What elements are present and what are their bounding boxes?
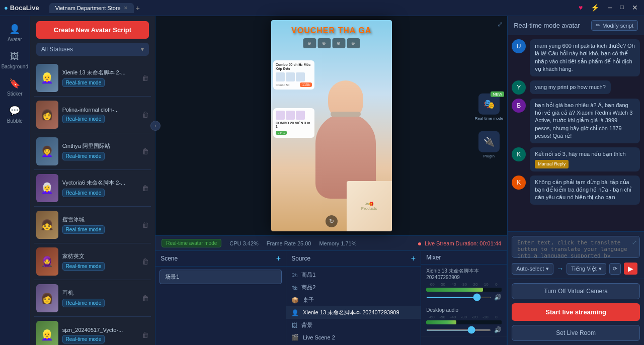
sidebar-background-label: Background bbox=[2, 64, 28, 69]
sidebar-item-sticker[interactable]: 🔖 Sticker bbox=[1, 74, 29, 100]
delete-icon[interactable]: 🗑 bbox=[142, 111, 149, 119]
sidebar-avatar-label: Avatar bbox=[8, 37, 22, 42]
avatar-badge: Real-time mode bbox=[62, 152, 105, 160]
product-item bbox=[276, 72, 285, 81]
scene-item[interactable]: 场景1 bbox=[159, 270, 282, 284]
source-item-livescene[interactable]: 🎬 Live Scene 2 bbox=[286, 331, 421, 343]
mixer-slider-row-2: 🔊 bbox=[426, 326, 502, 333]
collapse-panel-button[interactable]: ‹ bbox=[150, 121, 160, 131]
translate-action-button[interactable]: ⟳ bbox=[609, 263, 621, 275]
expand-translation-icon[interactable]: ⤢ bbox=[632, 239, 637, 246]
avatar-item[interactable]: 👩 Polina-informal cloth-... Real-time mo… bbox=[34, 97, 151, 133]
lang-source-select[interactable]: Auto-select ▾ bbox=[512, 263, 553, 275]
video-ctrl-2[interactable]: ⊕ bbox=[317, 38, 331, 48]
avatar-image: 👱‍♀️ bbox=[36, 64, 58, 92]
lang-target-select[interactable]: Tiếng Việt ▾ bbox=[567, 263, 606, 275]
avatar-thumbnail: 👩‍🦳 bbox=[36, 174, 58, 202]
avatar-item[interactable]: 👩‍🦳 Vyctoria6 未命名脚本 2-... Real-time mode… bbox=[34, 170, 151, 207]
avatar-item[interactable]: 👩‍🦱 Cinthya 阿里国际站 Real-time mode 🗑 bbox=[34, 133, 151, 170]
rotate-button[interactable]: ↻ bbox=[326, 215, 338, 227]
chat-avatar-5: K bbox=[512, 176, 526, 190]
start-livestream-button[interactable]: Start live streaming bbox=[512, 303, 640, 321]
send-translation-button[interactable]: ▶ bbox=[624, 263, 637, 275]
volume-icon-1[interactable]: 🔊 bbox=[494, 294, 502, 301]
chat-bubble-1: mam yung 600 ml pakita kích thước? Oh là… bbox=[530, 39, 640, 76]
status-filter[interactable]: All Statuses ▾ bbox=[36, 43, 149, 56]
mixer-level-bar-1 bbox=[426, 288, 502, 292]
cpu-status: CPU 3.42% bbox=[229, 240, 258, 246]
close-icon[interactable]: ✕ bbox=[630, 4, 640, 13]
avatar-name: sjzn_20240517_Vycto-... bbox=[62, 327, 138, 333]
sidebar-item-avatar[interactable]: 👤 Avatar bbox=[1, 20, 29, 45]
mixer-slider-1[interactable] bbox=[426, 297, 491, 298]
source-item-desk[interactable]: 📦 桌子 bbox=[286, 294, 421, 306]
sidebar-item-background[interactable]: 🖼 Background bbox=[1, 47, 29, 72]
expand-icon[interactable]: ⤢ bbox=[497, 20, 503, 28]
realtime-mode-control[interactable]: NEW 🎭 Real-time mode bbox=[475, 94, 503, 121]
translation-input[interactable] bbox=[512, 236, 640, 258]
live-dot bbox=[418, 242, 421, 245]
scene-add-button[interactable]: + bbox=[276, 254, 281, 263]
avatar-info: Polina-informal cloth-... Real-time mode bbox=[62, 107, 138, 123]
avatar-item[interactable]: 👧 蜜雪冰城 Real-time mode 🗑 bbox=[34, 207, 151, 243]
sidebar-item-bubble[interactable]: 💬 Bubble bbox=[1, 102, 29, 127]
avatar-item[interactable]: 👱‍♀️ sjzn_20240517_Vycto-... Real-time m… bbox=[34, 317, 151, 345]
source-item-bg[interactable]: 🖼 背景 bbox=[286, 319, 421, 331]
source-add-button[interactable]: + bbox=[411, 254, 416, 263]
virtual-camera-button[interactable]: Turn Off Virtual Camera bbox=[512, 283, 640, 299]
source-item-product2[interactable]: 🛍 商品2 bbox=[286, 281, 421, 294]
delete-icon[interactable]: 🗑 bbox=[142, 184, 149, 192]
active-tab[interactable]: Vietnam Department Store ✕ bbox=[49, 3, 134, 13]
create-avatar-button[interactable]: Create New Avatar Script bbox=[36, 21, 149, 39]
manual-reply-button[interactable]: Manual Reply bbox=[535, 160, 569, 168]
mixer-track-name-2: Desktop audio bbox=[426, 307, 502, 313]
avatar-item[interactable]: 🧕 家纺英文 Real-time mode 🗑 bbox=[34, 243, 151, 280]
tab-close-icon[interactable]: ✕ bbox=[124, 6, 128, 11]
source-item-avatar[interactable]: 👤 Xienie 13 未命名脚本本 202407293909 bbox=[286, 306, 421, 319]
product-card-1: Combo 50 chiếc Móc Kép Đơn Combo 50 115k bbox=[273, 60, 314, 90]
source-name: 背景 bbox=[301, 321, 312, 329]
minimize-icon[interactable]: − bbox=[605, 4, 614, 13]
chat-text-1: mam yung 600 ml pakita kích thước? Oh là… bbox=[535, 43, 635, 72]
delete-icon[interactable]: 🗑 bbox=[142, 147, 149, 155]
set-liveroom-button[interactable]: Set Live Room bbox=[512, 325, 640, 341]
modify-script-button[interactable]: ✏ Modify script bbox=[591, 20, 638, 31]
source-item-product1[interactable]: 🛍 商品1 bbox=[286, 269, 421, 281]
delete-icon[interactable]: 🗑 bbox=[142, 331, 149, 339]
delete-icon[interactable]: 🗑 bbox=[142, 294, 149, 302]
mixer-panel: Mixer Xienie 13 未命名脚本本 202407293909 -60 … bbox=[421, 251, 507, 345]
video-ctrl-4[interactable]: ⊕ bbox=[347, 38, 360, 48]
mixer-level-bar-2 bbox=[426, 320, 502, 324]
mixer-slider-2[interactable] bbox=[426, 329, 491, 331]
source-name: 商品1 bbox=[301, 271, 315, 279]
right-panel: Real-time mode avatar ✏ Modify script U … bbox=[507, 16, 644, 345]
delete-icon[interactable]: 🗑 bbox=[142, 257, 149, 266]
video-ctrl-1[interactable]: ⊕ bbox=[303, 38, 316, 48]
avatar-name: 蜜雪冰城 bbox=[62, 216, 138, 223]
maximize-icon[interactable]: □ bbox=[618, 4, 626, 13]
avatar-thumbnail: 👩 bbox=[36, 101, 58, 129]
avatar-info: Cinthya 阿里国际站 Real-time mode bbox=[62, 142, 138, 160]
avatar-item[interactable]: 👩 耳机 Real-time mode 🗑 bbox=[34, 280, 151, 317]
volume-icon-2[interactable]: 🔊 bbox=[494, 326, 502, 333]
chat-text-5: Không cần phải tạm dừng bài tập của bạn … bbox=[535, 179, 631, 201]
delete-icon[interactable]: 🗑 bbox=[142, 74, 149, 82]
video-ctrl-3[interactable]: ⊕ bbox=[332, 38, 345, 48]
plugin-control[interactable]: 🔌 Plugin bbox=[478, 131, 500, 158]
avatar-info: 蜜雪冰城 Real-time mode bbox=[62, 216, 138, 234]
avatar-image: 👧 bbox=[36, 211, 58, 239]
video-title: VOUCHER THA GA bbox=[291, 26, 371, 35]
status-bar: Real-time avatar mode CPU 3.42% Frame Ra… bbox=[155, 235, 507, 250]
translation-input-wrapper: ⤢ bbox=[512, 236, 640, 263]
combo-badge: 3 in 1 bbox=[276, 131, 287, 135]
mixer-track-1: Xienie 13 未命名脚本本 202407293909 -60 -50 -4… bbox=[421, 265, 507, 304]
tab-add-icon[interactable]: + bbox=[136, 4, 140, 12]
avatar-name: Polina-informal cloth-... bbox=[62, 107, 138, 113]
avatar-info: Vyctoria6 未命名脚本 2-... Real-time mode bbox=[62, 179, 138, 197]
new-badge: NEW bbox=[491, 92, 504, 97]
avatar-image: 👱‍♀️ bbox=[36, 321, 58, 345]
avatar-item[interactable]: 👱‍♀️ Xienie 13 未命名脚本 2-... Real-time mod… bbox=[34, 60, 151, 97]
product-item bbox=[296, 111, 305, 120]
delete-icon[interactable]: 🗑 bbox=[142, 221, 149, 229]
source-name: Xienie 13 未命名脚本本 202407293909 bbox=[303, 309, 399, 316]
